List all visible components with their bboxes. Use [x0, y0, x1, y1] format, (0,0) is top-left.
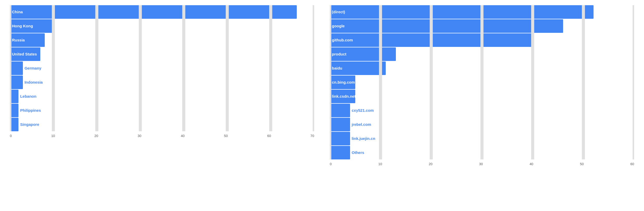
bar-element: [10, 61, 23, 75]
bar-element: (direct): [330, 5, 594, 19]
chart-body: ChinaHong KongRussiaUnited StatesGermany…: [10, 5, 314, 146]
table-row: google: [330, 19, 634, 33]
bar-label: baidu: [332, 61, 342, 75]
bar-element: [330, 118, 350, 131]
bar-label-outside: jrebel.com: [352, 118, 371, 131]
bar-label-outside: Philippines: [20, 104, 41, 117]
table-row: Indonesia: [10, 76, 314, 89]
table-row: cn.bing.com: [330, 76, 634, 89]
bar-element: United States: [10, 47, 40, 61]
bar-element: github.com: [330, 33, 533, 47]
x-axis-label: 50: [224, 134, 228, 138]
bar-element: [330, 104, 350, 117]
table-row: Hong Kong: [10, 19, 314, 33]
table-row: baidu: [330, 61, 634, 75]
x-axis-label: 20: [94, 134, 98, 138]
table-row: Russia: [10, 33, 314, 47]
bar-label: (direct): [332, 5, 345, 19]
bar-element: google: [330, 19, 563, 33]
bar-label: google: [332, 19, 345, 33]
bar-element: baidu: [330, 61, 386, 75]
x-axis: 0102030405060: [330, 160, 634, 166]
table-row: Singapore: [10, 118, 314, 131]
x-axis-label: 10: [378, 162, 382, 166]
x-axis-label: 0: [330, 162, 332, 166]
bar-element: cn.bing.com: [330, 76, 355, 89]
chart-countries: ChinaHong KongRussiaUnited StatesGermany…: [10, 5, 314, 174]
table-row: United States: [10, 47, 314, 61]
bar-label-outside: Others: [352, 146, 364, 159]
x-axis-label: 30: [479, 162, 483, 166]
bar-label: Hong Kong: [12, 19, 33, 33]
table-row: (direct): [330, 5, 634, 19]
x-axis-label: 60: [630, 162, 634, 166]
x-axis-label: 40: [181, 134, 184, 138]
x-axis-label: 10: [51, 134, 55, 138]
bar-label: cn.bing.com: [332, 76, 355, 89]
table-row: link.juejin.cn: [330, 132, 634, 145]
table-row: Lebanon: [10, 90, 314, 103]
bar-element: [10, 118, 18, 131]
bar-label: China: [12, 5, 23, 19]
x-axis-label: 70: [311, 134, 314, 138]
bar-element: Hong Kong: [10, 19, 53, 33]
table-row: product: [330, 47, 634, 61]
bar-label: product: [332, 47, 346, 61]
bars-container: ChinaHong KongRussiaUnited StatesGermany…: [10, 5, 314, 131]
x-axis: 010203040506070: [10, 132, 314, 138]
bar-label: Russia: [12, 33, 25, 47]
table-row: Others: [330, 146, 634, 159]
bar-element: China: [10, 5, 297, 19]
table-row: cxy521.com: [330, 104, 634, 117]
table-row: link.csdn.net: [330, 90, 634, 103]
bar-label-outside: cxy521.com: [352, 104, 374, 117]
charts-container: ChinaHong KongRussiaUnited StatesGermany…: [10, 5, 634, 174]
chart-body: (direct)googlegithub.comproductbaiducn.b…: [330, 5, 634, 174]
bars-container: (direct)googlegithub.comproductbaiducn.b…: [330, 5, 634, 159]
bar-label-outside: Germany: [24, 61, 41, 75]
table-row: jrebel.com: [330, 118, 634, 131]
bar-label-outside: Indonesia: [24, 76, 43, 89]
x-axis-label: 30: [138, 134, 141, 138]
table-row: China: [10, 5, 314, 19]
bar-element: [330, 146, 350, 159]
x-axis-label: 60: [267, 134, 271, 138]
bar-element: Russia: [10, 33, 45, 47]
bar-label-outside: Lebanon: [20, 90, 36, 103]
bar-label-outside: link.juejin.cn: [352, 132, 375, 145]
bar-element: link.csdn.net: [330, 90, 355, 103]
bar-element: [10, 90, 18, 103]
x-axis-label: 20: [429, 162, 432, 166]
table-row: github.com: [330, 33, 634, 47]
x-axis-label: 40: [530, 162, 533, 166]
bar-element: [10, 104, 18, 117]
bar-element: [10, 76, 23, 89]
table-row: Philippines: [10, 104, 314, 117]
bar-label-outside: Singapore: [20, 118, 39, 131]
x-axis-label: 50: [580, 162, 584, 166]
chart-referrers: (direct)googlegithub.comproductbaiducn.b…: [330, 5, 634, 174]
bar-label: github.com: [332, 33, 353, 47]
bar-label: United States: [12, 47, 37, 61]
bar-element: [330, 132, 350, 145]
bar-element: product: [330, 47, 396, 61]
table-row: Germany: [10, 61, 314, 75]
x-axis-label: 0: [10, 134, 12, 138]
bar-label: link.csdn.net: [332, 90, 356, 103]
